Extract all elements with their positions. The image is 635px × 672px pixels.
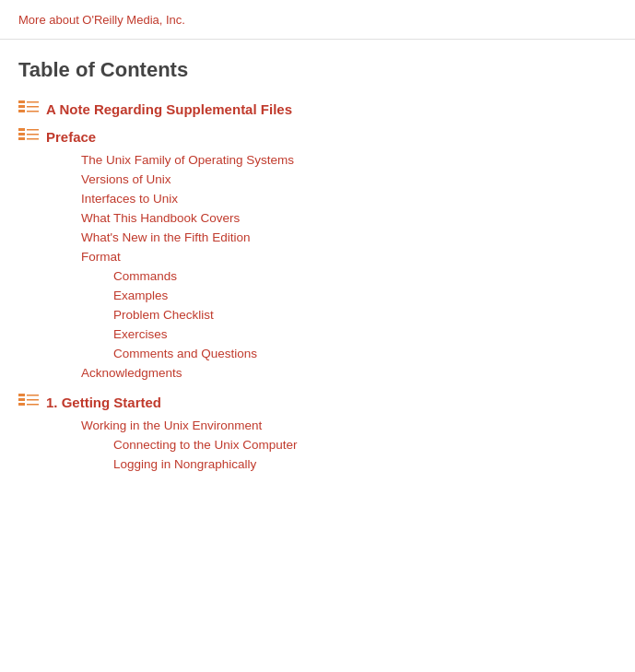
svg-rect-4 xyxy=(27,106,39,108)
toc-section-header-preface: Preface xyxy=(18,128,617,145)
toc-section-supplemental: A Note Regarding Supplemental Files xyxy=(18,100,617,117)
svg-rect-9 xyxy=(27,129,39,131)
svg-rect-10 xyxy=(27,134,39,136)
main-content: Table of Contents A Note Regarding Suppl… xyxy=(0,40,635,503)
toc-section-header-getting-started: 1. Getting Started xyxy=(18,394,617,410)
format-link[interactable]: Format xyxy=(81,247,617,266)
interfaces-link[interactable]: Interfaces to Unix xyxy=(81,189,617,208)
comments-questions-link[interactable]: Comments and Questions xyxy=(113,344,617,363)
preface-link[interactable]: Preface xyxy=(46,129,96,145)
svg-rect-2 xyxy=(18,110,25,112)
getting-started-link[interactable]: 1. Getting Started xyxy=(46,395,161,410)
toc-section-getting-started: 1. Getting Started Working in the Unix E… xyxy=(18,394,617,474)
list-icon-getting-started xyxy=(18,394,39,410)
svg-rect-7 xyxy=(18,133,25,136)
connecting-link[interactable]: Connecting to the Unix Computer xyxy=(113,435,617,454)
versions-unix-link[interactable]: Versions of Unix xyxy=(81,170,617,189)
svg-rect-6 xyxy=(18,128,25,131)
working-unix-link[interactable]: Working in the Unix Environment xyxy=(81,416,617,435)
svg-rect-1 xyxy=(18,105,25,108)
problem-checklist-link[interactable]: Problem Checklist xyxy=(113,305,617,324)
svg-rect-3 xyxy=(27,101,39,103)
unix-family-link[interactable]: The Unix Family of Operating Systems xyxy=(81,150,617,170)
svg-rect-17 xyxy=(27,404,39,406)
toc-section-header-supplemental: A Note Regarding Supplemental Files xyxy=(18,100,617,117)
svg-rect-15 xyxy=(27,395,39,396)
svg-rect-5 xyxy=(27,111,39,112)
toc-title: Table of Contents xyxy=(18,58,617,82)
supplemental-link[interactable]: A Note Regarding Supplemental Files xyxy=(46,101,292,117)
logging-non-link[interactable]: Logging in Nongraphically xyxy=(113,454,617,474)
svg-rect-8 xyxy=(18,137,25,140)
svg-rect-13 xyxy=(18,398,25,401)
list-icon-preface xyxy=(18,128,39,145)
exercises-link[interactable]: Exercises xyxy=(113,324,617,344)
examples-link[interactable]: Examples xyxy=(113,286,617,305)
svg-rect-12 xyxy=(18,394,25,396)
acknowledgments-link[interactable]: Acknowledgments xyxy=(81,363,617,383)
whats-new-link[interactable]: What's New in the Fifth Edition xyxy=(81,228,617,247)
top-bar: More about O'Reilly Media, Inc. xyxy=(0,0,635,40)
svg-rect-16 xyxy=(27,399,39,401)
oreilly-link[interactable]: More about O'Reilly Media, Inc. xyxy=(18,13,185,27)
toc-section-preface: Preface The Unix Family of Operating Sys… xyxy=(18,128,617,383)
what-covers-link[interactable]: What This Handbook Covers xyxy=(81,208,617,228)
svg-rect-14 xyxy=(18,403,25,406)
list-icon-supplemental xyxy=(18,100,39,117)
svg-rect-0 xyxy=(18,100,25,103)
commands-link[interactable]: Commands xyxy=(113,266,617,286)
svg-rect-11 xyxy=(27,138,39,140)
